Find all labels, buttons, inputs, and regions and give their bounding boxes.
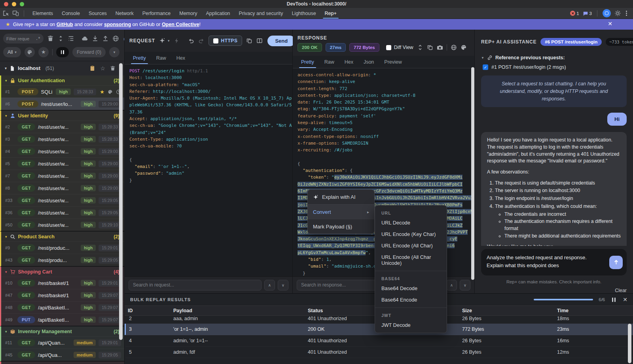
menu-item-url-decode[interactable]: URL Decode [375,217,447,228]
request-row[interactable]: #43GET/rest/produ...high15:29:05 [1,254,124,266]
group-header[interactable]: ▾User Authentication(2) [1,75,124,85]
settings-gear-icon[interactable] [614,10,621,17]
menu-item-url-encode-all-char-unicode[interactable]: URL Encode (All Char Unicode) [375,251,447,269]
menu-item-mark-payload[interactable]: Mark Payload (§) [308,219,374,234]
checked-checkbox[interactable]: ✓ [483,64,488,70]
selected-request-badge[interactable]: #6 POST /rest/user/login [540,38,602,46]
reference-requests-header[interactable]: ▼ Reference previous requests: [481,55,627,60]
copy-icon[interactable] [246,38,252,44]
lightning-icon[interactable] [174,38,180,44]
request-row[interactable]: #2GET/rest/user/w...high15:28:33 [1,121,124,133]
color-filter-button[interactable] [25,47,35,57]
trash-icon[interactable] [110,66,116,71]
ai-sparkle-icon[interactable] [159,38,165,44]
banner-close-icon[interactable]: ✕ [608,21,612,27]
menu-item-base64-encode[interactable]: Base64 Encode [375,294,447,306]
request-row[interactable]: #49PUT/api/BasketI...high15:29:07 [1,313,124,326]
bulk-table-scrollbar[interactable] [628,324,631,363]
trash-icon[interactable] [47,35,54,42]
palette-icon[interactable] [108,89,113,94]
cloud-icon[interactable] [81,35,88,42]
caret-down-icon[interactable]: ▾ [5,66,7,70]
star-outline-icon[interactable]: ☆ [100,65,105,72]
clear-chat-button[interactable]: Clear [481,288,627,293]
tab-sources[interactable]: Sources [84,8,111,19]
group-header[interactable]: ▾Product Search(2) [1,232,124,241]
starred-filter-button[interactable]: ★ [38,47,49,57]
request-row[interactable]: #48GET/api/BasketI...high15:29:07 [1,301,124,313]
clipboard-icon[interactable] [89,65,95,71]
forward-chevron-button[interactable]: ▾ [109,47,119,57]
maximize-window-button[interactable] [20,2,24,6]
tab-network[interactable]: Network [111,8,138,19]
banner-link-github[interactable]: GitHub [57,22,73,27]
diff-view-toggle[interactable]: Diff View [386,45,413,50]
scope-filter-dropdown[interactable]: All▾ [3,47,21,57]
search-next-button[interactable]: ∨ [278,280,288,290]
close-icon[interactable]: ✕ [623,296,627,303]
pause-capture-button[interactable] [56,47,69,57]
search-in-request-input[interactable] [129,280,262,290]
menu-item-explain-with-ai[interactable]: Explain with AI [308,190,374,204]
menu-item-jwt-decode[interactable]: JWT Decode [375,319,447,331]
menu-item-base64-decode[interactable]: Base64 Decode [375,283,447,294]
split-view-icon[interactable] [256,38,263,44]
response-tab-hex[interactable]: Hex [339,56,358,68]
menu-item-url-encode-key-char[interactable]: URL Encode (Key Char) [375,228,447,240]
forward-dropdown[interactable]: Forward (0) [72,47,106,57]
banner-link-sponsoring[interactable]: sponsoring [104,22,131,27]
tab-privacy-and-security[interactable]: Privacy and security [235,8,288,19]
error-count-badge[interactable]: ✕1 [570,11,579,16]
https-toggle[interactable]: HTTPS [208,36,243,46]
tab-performance[interactable]: Performance [138,8,175,19]
tab-memory[interactable]: Memory [175,8,201,19]
request-row[interactable]: #50GET/rest/user/w...high15:29:10 [1,219,124,231]
request-row[interactable]: #7GET/rest/user/w...high15:29:00 [1,170,124,182]
request-row[interactable]: #3GET/rest/user/w...high15:28:33 [1,133,124,145]
chevron-down-icon[interactable]: ▾ [168,39,170,43]
redo-icon[interactable] [198,38,205,44]
menu-item-convert[interactable]: Convert▸ [308,204,374,219]
response-tab-pretty[interactable]: Pretty [296,56,319,68]
request-tab-hex[interactable]: Hex [171,52,190,64]
sidebar-scrollbar[interactable] [119,63,123,340]
response-tab-preview[interactable]: Preview [379,56,407,68]
request-row[interactable]: #36GET/rest/user/w...high15:29:05 [1,206,124,219]
group-header[interactable]: ▾Shopping Cart(4) [1,267,124,277]
star-icon[interactable]: ★ [100,89,104,95]
copy-icon[interactable] [427,44,433,51]
regex-toggle[interactable]: .* [36,36,40,41]
response-scrollbar[interactable] [471,67,474,280]
request-row[interactable]: #9GET/rest/produc...high15:29:01 [1,241,124,254]
response-tab-raw[interactable]: Raw [319,56,339,68]
minimize-window-button[interactable] [12,2,16,6]
device-toolbar-icon[interactable] [12,10,19,17]
request-row[interactable]: #10GET/rest/basket/1high15:29:01 [1,277,124,289]
inspect-element-icon[interactable] [2,10,9,17]
diff-view-checkbox[interactable] [386,45,391,50]
undo-icon[interactable] [188,38,194,44]
tab-console[interactable]: Console [57,8,84,19]
request-row[interactable]: #1POSTSQLihigh15:28:33★ [1,85,124,98]
request-row[interactable]: #4GET/rest/user/w...high15:29:00 [1,145,124,157]
request-tab-pretty[interactable]: Pretty [128,52,151,64]
table-row[interactable]: 5admin, fdf401 Unauthorized26 Bytes12ms [125,347,633,358]
screenshot-camera-icon[interactable] [437,44,443,51]
request-tab-raw[interactable]: Raw [151,52,171,64]
search-prev-button[interactable]: ∧ [446,280,457,290]
list-view-icon[interactable] [68,35,74,42]
group-header[interactable]: ▾User Identity(9) [1,111,124,121]
request-row[interactable]: #33GET/rest/user/w...high15:29:05 [1,194,124,206]
request-row[interactable]: #8GET/rest/user/w...high15:29:00 [1,182,124,194]
reference-request-item[interactable]: ✓ #1 POST /rest/user/login (2 msgs) [483,64,627,70]
group-header[interactable]: ▾Inventory Management(2) [1,326,124,336]
request-row[interactable]: #6POST/rest/user/lo...high15:29:00 [1,98,124,110]
filter-requests-input[interactable] [6,36,34,41]
pause-icon[interactable] [610,298,617,302]
request-row[interactable]: #11GET/api/Quan...medium15:29:01 [1,336,124,349]
sort-icon[interactable] [57,35,64,42]
host-root-row[interactable]: ▾ localhost (51) ☆ [0,63,124,74]
tab-application[interactable]: Application [201,8,234,19]
palette-icon[interactable] [461,44,467,51]
tab-elements[interactable]: Elements [28,8,57,19]
